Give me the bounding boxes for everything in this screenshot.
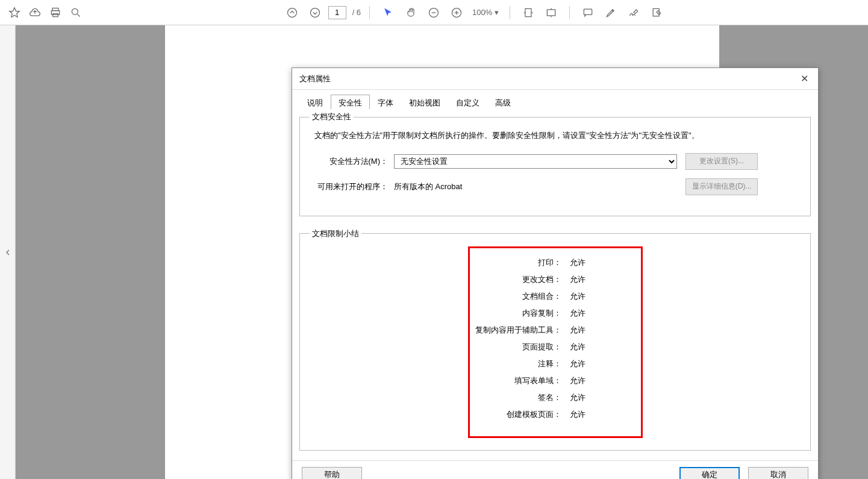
fit-page-icon[interactable] — [542, 3, 561, 22]
highlight-icon[interactable] — [601, 3, 620, 22]
svg-rect-9 — [548, 10, 555, 16]
sign-icon[interactable] — [624, 3, 643, 22]
summary-row: 创建模板页面：允许 — [470, 406, 641, 423]
cloud-upload-icon[interactable] — [25, 3, 45, 22]
change-settings-button[interactable]: 更改设置(S)... — [685, 153, 758, 170]
summary-label: 填写表单域： — [470, 375, 566, 386]
security-fieldset: 文档安全性 文档的"安全性方法"用于限制对文档所执行的操作。要删除安全性限制，请… — [299, 111, 811, 216]
summary-value: 允许 — [570, 325, 585, 336]
svg-rect-0 — [52, 8, 58, 10]
svg-rect-11 — [654, 8, 660, 16]
summary-label: 复制内容用于辅助工具： — [470, 325, 566, 336]
summary-row: 文档组合：允许 — [470, 288, 641, 305]
summary-label: 内容复制： — [470, 308, 566, 319]
zoom-in-icon[interactable] — [447, 3, 466, 22]
page-up-icon[interactable] — [283, 3, 302, 22]
arrow-tool-icon[interactable] — [378, 3, 398, 22]
summary-fieldset: 文档限制小结 打印：允许更改文档：允许文档组合：允许内容复制：允许复制内容用于辅… — [299, 228, 811, 451]
svg-rect-8 — [525, 8, 531, 16]
summary-row: 注释：允许 — [470, 355, 641, 372]
separator — [569, 6, 570, 19]
summary-label: 打印： — [470, 257, 566, 268]
security-method-row: 安全性方法(M)： 无安全性设置 更改设置(S)... — [310, 153, 801, 170]
summary-row: 页面提取：允许 — [470, 339, 641, 355]
svg-rect-10 — [584, 9, 592, 14]
tab-fonts[interactable]: 字体 — [370, 95, 401, 109]
summary-label: 注释： — [470, 358, 566, 369]
summary-value: 允许 — [570, 257, 585, 268]
summary-row: 更改文档：允许 — [470, 271, 641, 288]
svg-rect-2 — [53, 13, 58, 16]
print-icon[interactable] — [46, 3, 65, 22]
summary-row: 填写表单域：允许 — [470, 372, 641, 389]
document-properties-dialog: 文档属性 ✕ 说明 安全性 字体 初始视图 自定义 高级 文档安全性 文档的"安… — [292, 67, 819, 479]
dialog-body: 文档安全性 文档的"安全性方法"用于限制对文档所执行的操作。要删除安全性限制，请… — [292, 111, 818, 455]
svg-point-5 — [310, 8, 319, 17]
cancel-button[interactable]: 取消 — [748, 467, 808, 479]
zoom-level[interactable]: 100% ▾ — [472, 8, 499, 17]
search-icon[interactable] — [66, 3, 86, 22]
close-icon[interactable]: ✕ — [798, 70, 811, 87]
tab-strip: 说明 安全性 字体 初始视图 自定义 高级 — [292, 90, 818, 109]
open-with-value: 所有版本的 Acrobat — [394, 181, 677, 192]
security-method-select[interactable]: 无安全性设置 — [394, 154, 677, 169]
separator — [369, 6, 370, 19]
page-total: / 6 — [352, 8, 361, 17]
sidebar-expand-handle[interactable] — [0, 25, 16, 479]
summary-value: 允许 — [570, 291, 585, 302]
summary-row: 打印：允许 — [470, 254, 641, 271]
tab-security[interactable]: 安全性 — [331, 95, 370, 109]
hand-tool-icon[interactable] — [401, 3, 420, 22]
summary-label: 页面提取： — [470, 342, 566, 352]
dialog-titlebar[interactable]: 文档属性 ✕ — [292, 68, 818, 90]
zoom-out-icon[interactable] — [424, 3, 443, 22]
svg-point-3 — [72, 8, 78, 14]
summary-legend: 文档限制小结 — [310, 228, 361, 239]
toolbar-center: / 6 100% ▾ — [86, 3, 863, 22]
summary-label: 创建模板页面： — [470, 409, 566, 420]
edit-icon[interactable] — [647, 3, 666, 22]
toolbar-left — [5, 3, 86, 22]
summary-value: 允许 — [570, 308, 585, 319]
help-button[interactable]: 帮助 — [302, 467, 362, 479]
fit-width-icon[interactable] — [519, 3, 538, 22]
summary-row: 复制内容用于辅助工具：允许 — [470, 322, 641, 339]
open-with-row: 可用来打开的程序： 所有版本的 Acrobat 显示详细信息(D)... — [310, 178, 801, 195]
tab-advanced[interactable]: 高级 — [487, 95, 519, 109]
summary-value: 允许 — [570, 358, 585, 369]
summary-row: 内容复制：允许 — [470, 305, 641, 322]
tab-description[interactable]: 说明 — [299, 95, 331, 109]
summary-value: 允许 — [570, 409, 585, 420]
summary-value: 允许 — [570, 274, 585, 285]
show-details-button[interactable]: 显示详细信息(D)... — [685, 178, 758, 195]
open-with-label: 可用来打开的程序： — [310, 181, 394, 192]
dialog-footer: 帮助 确定 取消 — [292, 460, 818, 479]
security-legend: 文档安全性 — [310, 111, 354, 122]
security-description: 文档的"安全性方法"用于限制对文档所执行的操作。要删除安全性限制，请设置"安全性… — [310, 130, 801, 142]
dialog-title: 文档属性 — [299, 74, 331, 84]
separator — [510, 6, 510, 19]
svg-point-4 — [287, 8, 296, 17]
summary-label: 更改文档： — [470, 274, 566, 285]
page-number-input[interactable] — [328, 6, 346, 19]
chevron-down-icon: ▾ — [495, 8, 499, 17]
tab-custom[interactable]: 自定义 — [448, 95, 487, 109]
summary-value: 允许 — [570, 342, 585, 352]
summary-row: 签名：允许 — [470, 389, 641, 406]
ok-button[interactable]: 确定 — [679, 467, 740, 479]
summary-label: 文档组合： — [470, 291, 566, 302]
red-highlight-box: 打印：允许更改文档：允许文档组合：允许内容复制：允许复制内容用于辅助工具：允许页… — [468, 246, 643, 438]
comment-icon[interactable] — [578, 3, 598, 22]
star-icon[interactable] — [5, 3, 24, 22]
main-toolbar: / 6 100% ▾ — [0, 0, 868, 25]
summary-value: 允许 — [570, 375, 585, 386]
summary-value: 允许 — [570, 392, 585, 403]
page-down-icon[interactable] — [305, 3, 325, 22]
security-method-label: 安全性方法(M)： — [310, 156, 394, 167]
tab-initial-view[interactable]: 初始视图 — [401, 95, 448, 109]
summary-label: 签名： — [470, 392, 566, 403]
